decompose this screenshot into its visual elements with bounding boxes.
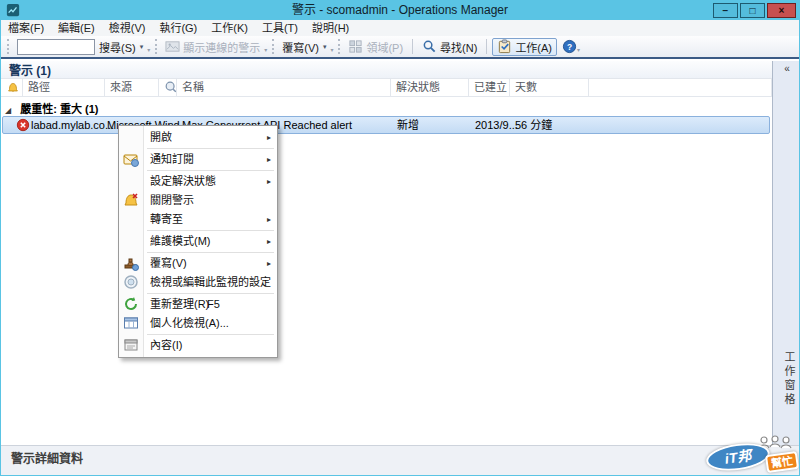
toolbar-grip[interactable]: [7, 39, 9, 54]
scope-button: 領域(P): [344, 38, 407, 56]
column-header-8[interactable]: [589, 79, 772, 96]
search-dropdown-button[interactable]: 搜尋(S) ▾: [95, 38, 147, 56]
context-menu-shortcut: F5: [207, 295, 220, 314]
submenu-arrow-icon: ▸: [267, 232, 271, 251]
notification-icon: [123, 151, 139, 167]
context-menu-item-label: 設定解決狀態: [150, 175, 216, 187]
column-header-解決狀態[interactable]: 解決狀態: [391, 79, 469, 96]
alert-details-bar[interactable]: 警示詳細資料: [1, 445, 800, 476]
restore-button[interactable]: □: [740, 3, 765, 18]
chevron-down-icon: ▾: [323, 43, 327, 51]
window-controls: − □ ×: [713, 3, 796, 18]
context-menu-item-11[interactable]: 檢視或編輯此監視的設定: [119, 273, 277, 292]
context-menu-separator: [147, 148, 274, 149]
close-button[interactable]: ×: [767, 3, 796, 18]
alert-path: labad.mylab.co...: [31, 117, 114, 133]
properties-icon: [123, 337, 139, 353]
context-menu-item-4[interactable]: 設定解決狀態▸: [119, 172, 277, 191]
monitor-settings-icon: [123, 274, 139, 290]
group-row-severity-critical[interactable]: ◢ 嚴重性: 重大 (1): [5, 100, 98, 116]
overrides-button[interactable]: 覆寫(V) ▾: [278, 38, 330, 56]
itbang-watermark: iT邦 幫忙: [704, 435, 800, 476]
context-menu-item-label: 檢視或編輯此監視的設定: [150, 276, 271, 288]
overrides-label: 覆寫(V): [282, 39, 319, 55]
toolbar-separator: [412, 39, 413, 54]
context-menu-item-label: 關閉警示: [150, 194, 194, 206]
minimize-button[interactable]: −: [713, 3, 738, 18]
column-header-magnifier-wrench[interactable]: [159, 79, 177, 96]
column-header-label: 來源: [110, 81, 132, 93]
find-button[interactable]: 尋找(N): [418, 38, 481, 56]
column-headers: 路徑來源名稱解決狀態已建立天數: [1, 79, 772, 97]
search-input[interactable]: [17, 39, 95, 55]
column-header-label: 名稱: [182, 81, 204, 93]
alert-resolution-state: 新增: [397, 117, 419, 133]
context-menu-item-10[interactable]: 覆寫(V)▸: [119, 254, 277, 273]
context-menu-separator: [147, 170, 274, 171]
svg-text:?: ?: [567, 42, 572, 52]
context-menu-item-6[interactable]: 轉寄至▸: [119, 210, 277, 229]
toolbar-overflow-icon[interactable]: ▾: [264, 46, 267, 53]
magnifier-icon: [422, 39, 437, 54]
alerts-list: ◢ 嚴重性: 重大 (1) labad.mylab.co... Microsof…: [1, 97, 772, 445]
toolbar-grip[interactable]: [338, 39, 340, 54]
group-expanded-icon[interactable]: ◢: [5, 106, 11, 115]
toolbar-overflow-icon[interactable]: ▾: [147, 46, 150, 53]
column-header-alert-bell[interactable]: [1, 79, 23, 96]
view-title: 警示 (1): [1, 64, 51, 78]
column-header-label: 路徑: [28, 81, 50, 93]
refresh-icon: [123, 296, 139, 312]
show-connected-alerts-label: 顯示連線的警示: [183, 39, 260, 55]
menubar-item-0[interactable]: 檔案(F): [1, 20, 51, 36]
column-header-來源[interactable]: 來源: [105, 79, 159, 96]
context-menu-item-0[interactable]: 開啟▸: [119, 128, 277, 147]
context-menu-item-label: 重新整理(R): [150, 298, 209, 310]
group-label: 嚴重性: 重大 (1): [20, 103, 98, 115]
context-menu-item-13[interactable]: 重新整理(R)F5: [119, 295, 277, 314]
column-header-名稱[interactable]: 名稱: [177, 79, 391, 96]
context-menu-item-16[interactable]: 內容(I): [119, 336, 277, 355]
menubar-item-6[interactable]: 說明(H): [305, 20, 356, 36]
chevron-down-icon: ▾: [140, 43, 144, 51]
tasks-button[interactable]: 工作(A): [492, 38, 557, 56]
menubar-item-4[interactable]: 工作(K): [204, 20, 255, 36]
collapse-chevron-icon[interactable]: «: [773, 63, 800, 74]
column-header-已建立[interactable]: 已建立: [469, 79, 510, 96]
submenu-arrow-icon: ▸: [267, 150, 271, 169]
scope-icon: [348, 39, 363, 54]
watermark-tag: 幫忙: [765, 451, 799, 473]
menubar-item-1[interactable]: 編輯(E): [51, 20, 102, 36]
task-pane-label: 工作窗格: [781, 351, 797, 407]
context-menu-separator: [147, 293, 274, 294]
menubar: 檔案(F)編輯(E)檢視(V)執行(G)工作(K)工具(T)說明(H): [1, 20, 799, 36]
toolbar-grip[interactable]: [155, 39, 157, 54]
submenu-arrow-icon: ▸: [267, 128, 271, 147]
column-header-label: 已建立: [474, 81, 507, 93]
column-header-天數[interactable]: 天數: [510, 79, 589, 96]
menubar-item-2[interactable]: 檢視(V): [102, 20, 153, 36]
toolbar-overflow-icon[interactable]: ▾: [577, 46, 580, 53]
magnifier-wrench-icon: [164, 84, 177, 96]
column-header-label: 天數: [515, 81, 537, 93]
titlebar: 警示 - scomadmin - Operations Manager − □ …: [1, 1, 799, 20]
context-menu-item-5[interactable]: 關閉警示: [119, 191, 277, 210]
context-menu-item-label: 個人化檢視(A)...: [150, 317, 229, 329]
close-alert-icon: [123, 192, 139, 208]
menubar-item-5[interactable]: 工具(T): [255, 20, 305, 36]
menubar-item-3[interactable]: 執行(G): [152, 20, 204, 36]
context-menu-item-2[interactable]: 通知訂閱▸: [119, 150, 277, 169]
toolbar-overflow-icon[interactable]: ▾: [330, 46, 333, 53]
search-label: 搜尋(S): [99, 39, 136, 55]
help-button[interactable]: ?: [562, 39, 577, 54]
tasks-icon: [497, 39, 512, 54]
alert-age: 56 分鐘: [515, 117, 552, 133]
watermark-oval: iT邦: [705, 440, 772, 475]
context-menu-item-8[interactable]: 維護模式(M)▸: [119, 232, 277, 251]
tasks-label: 工作(A): [515, 39, 552, 55]
override-icon: [123, 255, 139, 271]
task-pane-collapsed[interactable]: « 工作窗格: [772, 61, 800, 445]
toolbar-separator: [486, 39, 487, 54]
column-header-路徑[interactable]: 路徑: [23, 79, 105, 96]
toolbar-grip[interactable]: [272, 39, 274, 54]
context-menu-item-14[interactable]: 個人化檢視(A)...: [119, 314, 277, 333]
